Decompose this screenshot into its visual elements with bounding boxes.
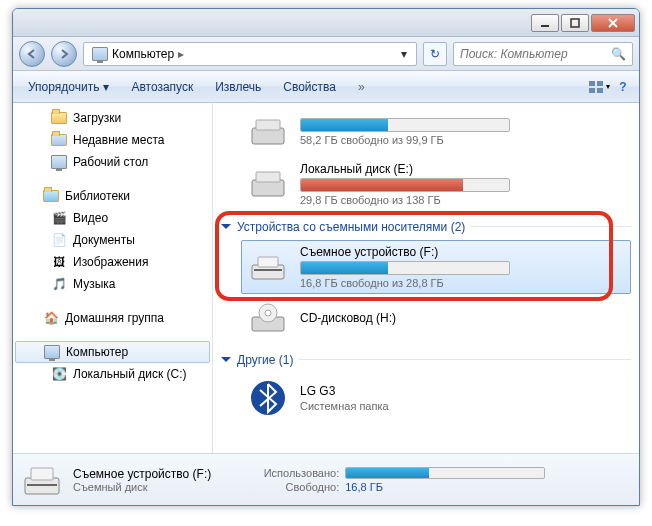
sidebar-item-video[interactable]: 🎬Видео	[13, 207, 212, 229]
drive-item-e[interactable]: Локальный диск (E:) 29,8 ГБ свободно из …	[241, 157, 631, 211]
svg-rect-3	[597, 81, 603, 86]
autoplay-button[interactable]: Автозапуск	[120, 71, 204, 102]
free-value: 16,8 ГБ	[345, 481, 383, 493]
sidebar-item-documents[interactable]: 📄Документы	[13, 229, 212, 251]
svg-point-15	[265, 310, 271, 316]
explorer-window: Компьютер ▸ ▾ ↻ 🔍 Упорядочить▾ Автозапус…	[12, 8, 640, 506]
eject-button[interactable]: Извлечь	[204, 71, 272, 102]
free-label: Свободно:	[239, 481, 339, 493]
content-area: 58,2 ГБ свободно из 99,9 ГБ Локальный ди…	[213, 103, 639, 453]
drive-item-f[interactable]: Съемное устройство (F:) 16,8 ГБ свободно…	[241, 240, 631, 294]
svg-rect-11	[258, 257, 278, 267]
removable-drive-icon	[246, 247, 290, 287]
sidebar-item-desktop[interactable]: Рабочий стол	[13, 151, 212, 173]
svg-rect-1	[571, 19, 579, 27]
desktop-icon	[51, 154, 67, 170]
drive-item-cd[interactable]: CD-дисковод (H:)	[241, 294, 631, 344]
details-subtitle: Съемный диск	[73, 481, 211, 493]
sidebar-item-music[interactable]: 🎵Музыка	[13, 273, 212, 295]
removable-drive-icon	[21, 459, 63, 501]
drive-item[interactable]: 58,2 ГБ свободно из 99,9 ГБ	[241, 107, 631, 157]
details-pane: Съемное устройство (F:) Съемный диск Исп…	[13, 453, 639, 505]
help-icon: ?	[619, 80, 626, 94]
homegroup-icon: 🏠	[43, 310, 59, 326]
chevron-down-icon: ▾	[606, 82, 610, 91]
chevron-right-icon: ▸	[178, 47, 184, 61]
breadcrumb-computer[interactable]: Компьютер ▸	[84, 43, 193, 65]
sidebar-item-local-c[interactable]: 💽Локальный диск (C:)	[13, 363, 212, 385]
computer-icon	[92, 46, 108, 62]
hdd-icon	[246, 112, 290, 152]
search-icon: 🔍	[611, 47, 626, 61]
toolbar: Упорядочить▾ Автозапуск Извлечь Свойства…	[13, 71, 639, 103]
downloads-icon	[51, 110, 67, 126]
sidebar-item-downloads[interactable]: Загрузки	[13, 107, 212, 129]
help-button[interactable]: ?	[611, 71, 635, 102]
view-options-button[interactable]: ▾	[587, 71, 611, 102]
svg-rect-18	[31, 468, 53, 480]
group-header-removable[interactable]: Устройства со съемными носителями (2)	[221, 219, 631, 234]
refresh-icon: ↻	[430, 47, 440, 61]
properties-button[interactable]: Свойства	[272, 71, 347, 102]
address-bar[interactable]: Компьютер ▸ ▾	[83, 42, 417, 66]
video-icon: 🎬	[51, 210, 67, 226]
svg-rect-12	[254, 269, 282, 271]
svg-rect-2	[589, 81, 595, 86]
svg-rect-4	[589, 88, 595, 93]
collapse-icon	[221, 224, 231, 234]
navigation-bar: Компьютер ▸ ▾ ↻ 🔍	[13, 37, 639, 71]
forward-button[interactable]	[51, 41, 77, 67]
maximize-button[interactable]	[561, 14, 589, 32]
svg-rect-5	[597, 88, 603, 93]
toolbar-overflow[interactable]: »	[347, 71, 376, 102]
used-label: Использовано:	[239, 467, 339, 479]
drive-label: CD-дисковод (H:)	[300, 311, 626, 325]
device-sub: Системная папка	[300, 400, 626, 412]
sidebar-item-pictures[interactable]: 🖼Изображения	[13, 251, 212, 273]
pictures-icon: 🖼	[51, 254, 67, 270]
svg-rect-19	[27, 484, 57, 486]
refresh-button[interactable]: ↻	[423, 42, 447, 66]
address-dropdown[interactable]: ▾	[393, 43, 416, 65]
drive-free-text: 29,8 ГБ свободно из 138 ГБ	[300, 194, 626, 206]
svg-rect-7	[256, 120, 280, 130]
back-button[interactable]	[19, 41, 45, 67]
organize-menu[interactable]: Упорядочить▾	[17, 71, 120, 102]
documents-icon: 📄	[51, 232, 67, 248]
group-header-other[interactable]: Другие (1)	[221, 352, 631, 367]
breadcrumb-label: Компьютер	[112, 47, 174, 61]
device-item-lg[interactable]: LG G3 Системная папка	[241, 373, 631, 423]
sidebar-item-recent[interactable]: Недавние места	[13, 129, 212, 151]
drive-label: Локальный диск (E:)	[300, 162, 626, 176]
drive-label: Съемное устройство (F:)	[300, 245, 626, 259]
chevron-right-icon: »	[358, 80, 365, 94]
svg-rect-0	[541, 25, 549, 27]
minimize-button[interactable]	[531, 14, 559, 32]
chevron-down-icon: ▾	[103, 80, 109, 94]
navigation-pane: Загрузки Недавние места Рабочий стол Биб…	[13, 103, 213, 453]
recent-icon	[51, 132, 67, 148]
titlebar[interactable]	[13, 9, 639, 37]
computer-icon	[44, 344, 60, 360]
collapse-icon	[221, 357, 231, 367]
view-icon	[588, 80, 604, 94]
bluetooth-icon	[246, 378, 290, 418]
hdd-icon	[246, 164, 290, 204]
drive-free-text: 16,8 ГБ свободно из 28,8 ГБ	[300, 277, 626, 289]
search-input[interactable]	[460, 47, 611, 61]
usage-bar	[345, 467, 545, 479]
drive-icon: 💽	[51, 366, 67, 382]
details-title: Съемное устройство (F:)	[73, 467, 211, 481]
sidebar-item-libraries[interactable]: Библиотеки	[13, 185, 212, 207]
sidebar-item-computer[interactable]: Компьютер	[15, 341, 210, 363]
drive-free-text: 58,2 ГБ свободно из 99,9 ГБ	[300, 134, 626, 146]
music-icon: 🎵	[51, 276, 67, 292]
libraries-icon	[43, 188, 59, 204]
sidebar-item-homegroup[interactable]: 🏠Домашняя группа	[13, 307, 212, 329]
cd-drive-icon	[246, 299, 290, 339]
chevron-down-icon: ▾	[401, 47, 407, 61]
close-button[interactable]	[591, 14, 635, 32]
search-box[interactable]: 🔍	[453, 42, 633, 66]
device-label: LG G3	[300, 384, 626, 398]
svg-rect-9	[256, 172, 280, 182]
